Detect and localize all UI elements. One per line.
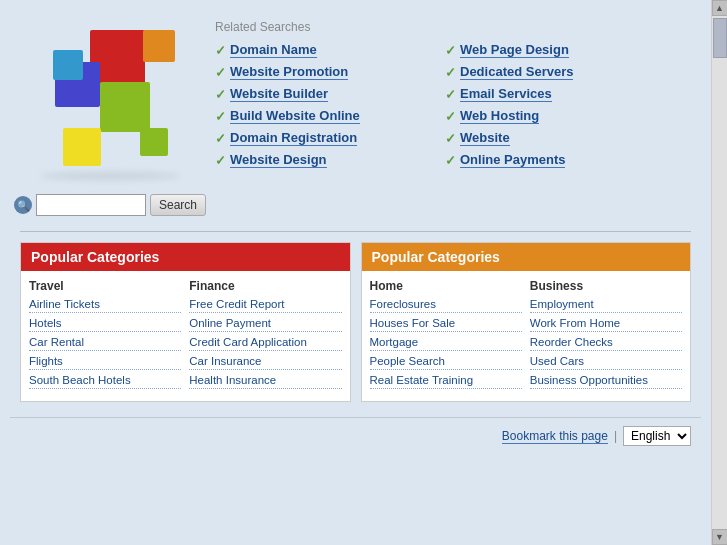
- link-item: ✓Build Website Online: [215, 108, 415, 124]
- check-icon: ✓: [445, 153, 456, 168]
- cat-link[interactable]: Health Insurance: [189, 374, 341, 389]
- cat-link[interactable]: Hotels: [29, 317, 181, 332]
- cat-link[interactable]: Real Estate Training: [370, 374, 522, 389]
- logo-block-lightblue: [53, 50, 83, 80]
- related-link[interactable]: Website Builder: [230, 86, 328, 102]
- check-icon: ✓: [445, 109, 456, 124]
- check-icon: ✓: [445, 43, 456, 58]
- related-link[interactable]: Website: [460, 130, 510, 146]
- related-link[interactable]: Email Services: [460, 86, 552, 102]
- cat-link[interactable]: Work From Home: [530, 317, 682, 332]
- check-icon: ✓: [215, 43, 226, 58]
- cat-col-title: Home: [370, 279, 522, 293]
- link-item: ✓Web Hosting: [445, 108, 645, 124]
- cat-link[interactable]: South Beach Hotels: [29, 374, 181, 389]
- related-link[interactable]: Online Payments: [460, 152, 565, 168]
- check-icon: ✓: [215, 87, 226, 102]
- categories-section: Popular Categories TravelAirline Tickets…: [10, 242, 701, 417]
- cat-header-left: Popular Categories: [21, 243, 350, 271]
- related-link[interactable]: Domain Registration: [230, 130, 357, 146]
- check-icon: ✓: [215, 109, 226, 124]
- cat-link[interactable]: People Search: [370, 355, 522, 370]
- link-item: ✓Online Payments: [445, 152, 645, 168]
- footer: Bookmark this page | English: [10, 417, 701, 454]
- cat-link[interactable]: Houses For Sale: [370, 317, 522, 332]
- cat-col-title: Travel: [29, 279, 181, 293]
- cat-link[interactable]: Used Cars: [530, 355, 682, 370]
- links-columns: ✓Domain Name✓Website Promotion✓Website B…: [215, 42, 691, 168]
- check-icon: ✓: [215, 65, 226, 80]
- related-link[interactable]: Dedicated Servers: [460, 64, 573, 80]
- link-item: ✓Website Promotion: [215, 64, 415, 80]
- footer-separator: |: [614, 429, 617, 443]
- cat-col-title: Business: [530, 279, 682, 293]
- link-item: ✓Web Page Design: [445, 42, 645, 58]
- links-col-left: ✓Domain Name✓Website Promotion✓Website B…: [215, 42, 415, 168]
- cat-link[interactable]: Employment: [530, 298, 682, 313]
- cat-col: BusinessEmploymentWork From HomeReorder …: [530, 279, 682, 393]
- search-button[interactable]: Search: [150, 194, 206, 216]
- logo-block-yellow: [63, 128, 101, 166]
- check-icon: ✓: [215, 131, 226, 146]
- related-link[interactable]: Website Design: [230, 152, 327, 168]
- check-icon: ✓: [445, 65, 456, 80]
- cat-columns-left: TravelAirline TicketsHotelsCar RentalFli…: [21, 271, 350, 401]
- cat-link[interactable]: Credit Card Application: [189, 336, 341, 351]
- main-container: 🔍 Search Related Searches ✓Domain Name✓W…: [0, 0, 711, 454]
- related-area: Related Searches ✓Domain Name✓Website Pr…: [215, 20, 691, 168]
- cat-col: TravelAirline TicketsHotelsCar RentalFli…: [29, 279, 181, 393]
- cat-link[interactable]: Mortgage: [370, 336, 522, 351]
- bookmark-link[interactable]: Bookmark this page: [502, 429, 608, 444]
- logo-area: 🔍 Search: [25, 20, 195, 216]
- scroll-thumb[interactable]: [713, 18, 727, 58]
- cat-link[interactable]: Free Credit Report: [189, 298, 341, 313]
- cat-header-right: Popular Categories: [362, 243, 691, 271]
- scroll-down-arrow[interactable]: ▼: [712, 529, 728, 545]
- related-link[interactable]: Build Website Online: [230, 108, 360, 124]
- related-link[interactable]: Web Page Design: [460, 42, 569, 58]
- link-item: ✓Domain Name: [215, 42, 415, 58]
- link-item: ✓Website Design: [215, 152, 415, 168]
- cat-link[interactable]: Business Opportunities: [530, 374, 682, 389]
- logo-block-green: [100, 82, 150, 132]
- link-item: ✓Website Builder: [215, 86, 415, 102]
- link-item: ✓Website: [445, 130, 645, 146]
- search-icon: 🔍: [14, 196, 32, 214]
- cat-col: FinanceFree Credit ReportOnline PaymentC…: [189, 279, 341, 393]
- links-col-right: ✓Web Page Design✓Dedicated Servers✓Email…: [445, 42, 645, 168]
- cat-col-title: Finance: [189, 279, 341, 293]
- logo-block-green2: [140, 128, 168, 156]
- cat-link[interactable]: Flights: [29, 355, 181, 370]
- related-link[interactable]: Domain Name: [230, 42, 317, 58]
- search-input[interactable]: [36, 194, 146, 216]
- language-select[interactable]: English: [623, 426, 691, 446]
- divider: [20, 231, 691, 232]
- cat-link[interactable]: Car Rental: [29, 336, 181, 351]
- logo-blocks: [35, 20, 185, 180]
- top-section: 🔍 Search Related Searches ✓Domain Name✓W…: [10, 10, 701, 226]
- cat-columns-right: HomeForeclosuresHouses For SaleMortgageP…: [362, 271, 691, 401]
- cat-link[interactable]: Airline Tickets: [29, 298, 181, 313]
- link-item: ✓Email Services: [445, 86, 645, 102]
- link-item: ✓Domain Registration: [215, 130, 415, 146]
- category-box-left: Popular Categories TravelAirline Tickets…: [20, 242, 351, 402]
- related-label: Related Searches: [215, 20, 691, 34]
- cat-col: HomeForeclosuresHouses For SaleMortgageP…: [370, 279, 522, 393]
- cat-link[interactable]: Car Insurance: [189, 355, 341, 370]
- cat-link[interactable]: Foreclosures: [370, 298, 522, 313]
- category-box-right: Popular Categories HomeForeclosuresHouse…: [361, 242, 692, 402]
- cat-link[interactable]: Online Payment: [189, 317, 341, 332]
- check-icon: ✓: [445, 131, 456, 146]
- related-link[interactable]: Website Promotion: [230, 64, 348, 80]
- logo-block-orange: [143, 30, 175, 62]
- search-area: 🔍 Search: [14, 194, 206, 216]
- link-item: ✓Dedicated Servers: [445, 64, 645, 80]
- check-icon: ✓: [445, 87, 456, 102]
- logo-shadow: [40, 172, 180, 180]
- scroll-up-arrow[interactable]: ▲: [712, 0, 728, 16]
- check-icon: ✓: [215, 153, 226, 168]
- scrollbar[interactable]: ▲ ▼: [711, 0, 727, 545]
- related-link[interactable]: Web Hosting: [460, 108, 539, 124]
- cat-link[interactable]: Reorder Checks: [530, 336, 682, 351]
